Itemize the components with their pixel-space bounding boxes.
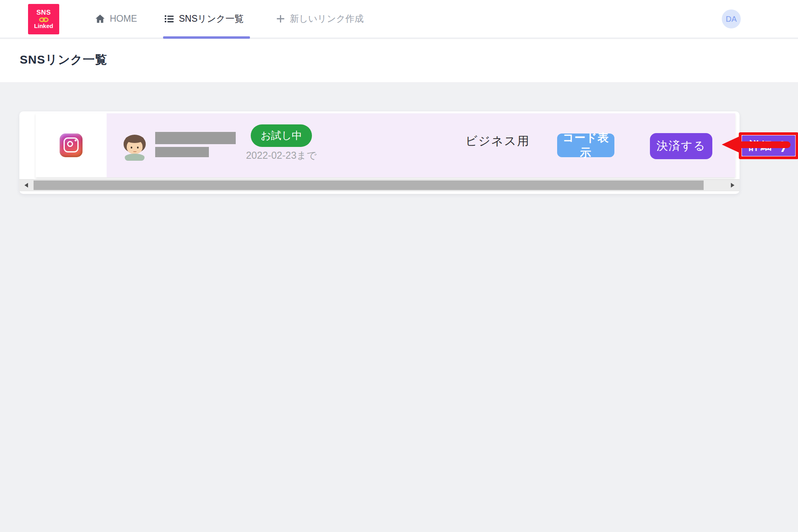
page-title: SNSリンク一覧	[20, 52, 107, 68]
page-header: SNSリンク一覧	[0, 39, 798, 82]
arrow-head	[722, 137, 739, 152]
user-avatar[interactable]: DA	[722, 9, 741, 28]
logo-text-bottom: Linked	[34, 23, 53, 29]
pay-label: 決済する	[656, 138, 706, 154]
active-tab-underline	[163, 36, 250, 39]
scroll-left-button[interactable]	[19, 180, 34, 191]
nav-item-create-link[interactable]: 新しいリンク作成	[276, 0, 364, 38]
avatar-initials: DA	[726, 15, 737, 24]
platform-cell	[36, 113, 107, 177]
nav-item-label: HOME	[110, 13, 137, 24]
nav-item-home[interactable]: HOME	[95, 0, 137, 38]
home-icon	[95, 13, 105, 24]
link-row-body: お試し中 2022-02-23まで ビジネス用 コード表示 決済する 詳細 ❯	[107, 113, 735, 177]
instagram-icon	[60, 133, 83, 157]
pay-button[interactable]: 決済する	[650, 133, 712, 159]
scroll-left-icon	[24, 183, 28, 188]
status-badge: お試し中	[251, 124, 312, 147]
plan-type-label: ビジネス用	[444, 133, 551, 149]
nav-item-label: 新しいリンク作成	[290, 13, 364, 25]
app-logo[interactable]: SNS Linked	[28, 4, 59, 34]
arrow-shaft	[738, 141, 790, 148]
scroll-right-icon	[731, 183, 734, 188]
redacted-account-name	[155, 132, 236, 144]
status-block: お試し中 2022-02-23まで	[237, 113, 326, 177]
profile-avatar	[122, 135, 147, 159]
nav-item-label: SNSリンク一覧	[179, 13, 244, 25]
nav-item-sns-link-list[interactable]: SNSリンク一覧	[164, 0, 244, 38]
horizontal-scrollbar[interactable]	[19, 179, 740, 191]
scroll-right-button[interactable]	[725, 180, 740, 191]
logo-text-top: SNS	[36, 9, 51, 16]
link-row[interactable]: お試し中 2022-02-23まで ビジネス用 コード表示 決済する 詳細 ❯	[36, 113, 735, 177]
show-code-label: コード表示	[557, 130, 614, 160]
chain-link-icon	[39, 17, 49, 23]
plus-icon	[276, 14, 285, 24]
top-navbar: SNS Linked HOME SNSリンク一覧 新しいリンク作成	[0, 0, 798, 38]
list-icon	[164, 13, 175, 24]
redacted-account-id	[155, 147, 209, 157]
link-list-card: お試し中 2022-02-23まで ビジネス用 コード表示 決済する 詳細 ❯	[19, 111, 740, 194]
show-code-button[interactable]: コード表示	[557, 133, 614, 157]
scrollbar-thumb[interactable]	[34, 180, 704, 190]
annotation-arrow	[722, 137, 793, 153]
trial-expiry-date: 2022-02-23まで	[237, 149, 326, 162]
